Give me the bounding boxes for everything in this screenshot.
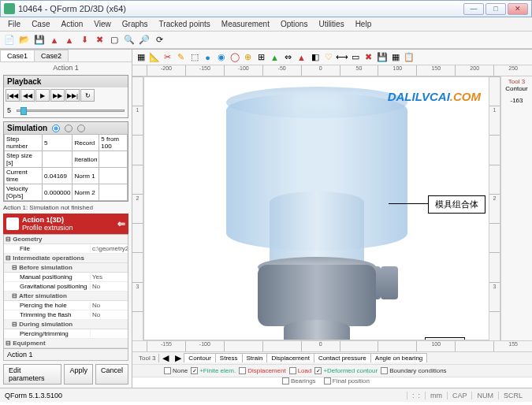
tree-subgroup[interactable]: ⊟ During simulation xyxy=(4,320,128,329)
ruler-horizontal-bottom: -155-1000100155 xyxy=(132,340,532,351)
menu-graphs[interactable]: Graphs xyxy=(117,18,153,30)
check-Load[interactable] xyxy=(289,367,296,374)
menu-options[interactable]: Options xyxy=(276,18,312,30)
tree-group[interactable]: ⊟ Geometry xyxy=(4,235,128,244)
tree-subgroup[interactable]: ⊟ After simulation xyxy=(4,292,128,301)
sim-mode-1[interactable] xyxy=(52,124,60,132)
menu-tracked[interactable]: Tracked points xyxy=(154,18,215,30)
open-icon[interactable]: 📂 xyxy=(18,34,31,46)
vt-icon[interactable]: ◧ xyxy=(309,51,321,63)
status-bar: QForm 5.1.3.5100 : : mm CAP NUM SCRL xyxy=(0,388,532,402)
prev-button[interactable]: ◀◀ xyxy=(20,89,35,102)
vt-icon[interactable]: ⇔ xyxy=(282,51,294,63)
vt-icon[interactable]: ▦ xyxy=(135,51,147,63)
vt-icon[interactable]: ✎ xyxy=(175,51,187,63)
ruler-vertical-right: 123 xyxy=(489,76,500,340)
vt-icon[interactable]: ⟷ xyxy=(336,51,348,63)
result-tab[interactable]: Contour xyxy=(184,353,215,362)
first-button[interactable]: |◀◀ xyxy=(6,89,20,102)
result-tab[interactable]: Contact pressure xyxy=(314,353,371,362)
menu-help[interactable]: Help xyxy=(351,18,377,30)
cancel-button[interactable]: Cancel xyxy=(95,364,128,385)
tab-case1[interactable]: Case1 xyxy=(0,50,35,61)
play-button[interactable]: ▶ xyxy=(35,89,50,102)
menu-case[interactable]: Case xyxy=(27,18,54,30)
tree-val[interactable]: No xyxy=(90,283,126,290)
tree-group[interactable]: ⊟ Equipment xyxy=(4,339,128,348)
property-tree[interactable]: ⊟ GeometryFilec:\geometry2⊟ Intermediate… xyxy=(3,234,128,349)
tab-next[interactable]: ▶ xyxy=(172,352,184,365)
import-icon[interactable]: ⬇ xyxy=(78,34,91,46)
tree-val[interactable]: No xyxy=(90,302,126,309)
tree-val[interactable] xyxy=(90,330,126,337)
result-tab[interactable]: Stress xyxy=(215,353,243,362)
app-version: QForm 5.1.3.5100 xyxy=(5,392,62,399)
app-icon xyxy=(4,3,15,14)
zoomout-icon[interactable]: 🔎 xyxy=(138,34,151,46)
box-icon[interactable]: ▢ xyxy=(108,34,121,46)
vt-icon[interactable]: ● xyxy=(202,51,214,63)
menu-action[interactable]: Action xyxy=(56,18,87,30)
last-button[interactable]: ▶▶| xyxy=(65,89,80,102)
vt-icon[interactable]: ♡ xyxy=(322,51,334,63)
result-tab[interactable]: Displacement xyxy=(266,353,314,362)
tree-subgroup[interactable]: ⊟ Before simulation xyxy=(4,263,128,273)
loop-button[interactable]: ↻ xyxy=(80,89,95,102)
menu-file[interactable]: File xyxy=(3,18,25,30)
minimize-button[interactable]: — xyxy=(463,3,484,15)
menu-utilities[interactable]: Utilities xyxy=(314,18,348,30)
close-button[interactable]: ✕ xyxy=(508,3,528,15)
vt-icon[interactable]: ▲ xyxy=(296,51,307,63)
zoomin-icon[interactable]: 🔍 xyxy=(123,34,136,46)
maximize-button[interactable]: □ xyxy=(485,3,506,15)
sim-mode-3[interactable] xyxy=(77,124,85,132)
check-Finite elem.[interactable]: ✓ xyxy=(191,367,198,374)
step-slider[interactable]: 5 xyxy=(7,105,125,116)
edit-parameters-button[interactable]: Edit parameters xyxy=(3,364,61,385)
result-tab[interactable]: Angle on bearing xyxy=(370,353,428,362)
3d-viewport[interactable]: DALILVCAI.COM 模具组合体 挤压域 xyxy=(143,76,489,340)
vt-icon[interactable]: ▭ xyxy=(349,51,361,63)
num: NUM xyxy=(471,392,498,399)
menu-measurement[interactable]: Measurement xyxy=(217,18,274,30)
check-Boundary conditions[interactable] xyxy=(381,367,388,374)
tree-val[interactable]: c:\geometry2 xyxy=(90,245,126,252)
vt-icon[interactable]: 📐 xyxy=(148,51,160,63)
action-header[interactable]: Action 1(3D) Profile extrusion ⇐ xyxy=(3,214,128,234)
tab-case2[interactable]: Case2 xyxy=(34,50,69,61)
check-None[interactable] xyxy=(164,367,171,374)
simulation-table: Step number5Record5 from 100Step size [s… xyxy=(4,134,128,201)
refresh-icon[interactable]: ⟳ xyxy=(153,34,166,46)
result-tab[interactable]: Strain xyxy=(242,353,268,362)
wizard2-icon[interactable]: ▲ xyxy=(63,34,76,46)
opt-bearings[interactable] xyxy=(282,377,289,385)
vt-icon[interactable]: ✖ xyxy=(363,51,374,63)
sim-mode-2[interactable] xyxy=(65,124,73,132)
vt-icon[interactable]: ⊞ xyxy=(255,51,267,63)
delete-icon[interactable]: ✖ xyxy=(93,34,106,46)
tree-key: Piercing/trimming xyxy=(6,330,90,337)
wizard-icon[interactable]: ▲ xyxy=(48,34,61,46)
vt-icon[interactable]: 💾 xyxy=(376,51,388,63)
vt-icon[interactable]: ◉ xyxy=(215,51,227,63)
check-Displacement[interactable] xyxy=(239,367,246,374)
save-icon[interactable]: 💾 xyxy=(33,34,46,46)
vt-icon[interactable]: ⬚ xyxy=(188,51,200,63)
vt-icon[interactable]: ⊕ xyxy=(242,51,254,63)
next-button[interactable]: ▶▶ xyxy=(50,89,65,102)
menu-view[interactable]: View xyxy=(89,18,116,30)
opt-final[interactable] xyxy=(324,377,331,385)
vt-icon[interactable]: ▲ xyxy=(269,51,281,63)
vt-icon[interactable]: 📋 xyxy=(403,51,415,63)
new-icon[interactable]: 📄 xyxy=(3,34,16,46)
apply-button[interactable]: Apply xyxy=(64,364,93,385)
tree-val[interactable]: No xyxy=(90,311,126,318)
tree-val[interactable]: Yes xyxy=(90,273,126,281)
tree-group[interactable]: ⊟ Intermediate operations xyxy=(4,254,128,263)
sim-key: Step size [s] xyxy=(5,151,43,168)
vt-icon[interactable]: ◯ xyxy=(229,51,240,63)
check-Deformed contour[interactable]: ✓ xyxy=(314,367,322,374)
tab-prev[interactable]: ◀ xyxy=(159,352,172,365)
vt-icon[interactable]: ▦ xyxy=(389,51,401,63)
vt-icon[interactable]: ✂ xyxy=(162,51,173,63)
